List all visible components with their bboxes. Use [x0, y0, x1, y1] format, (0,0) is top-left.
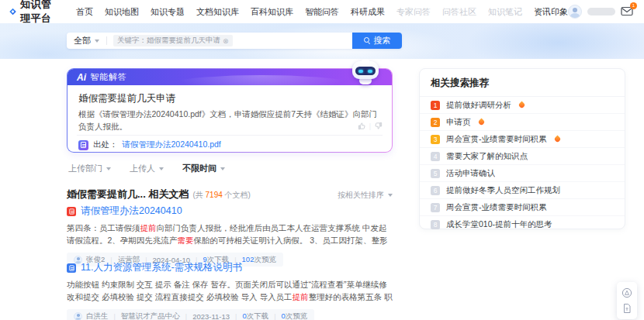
username-redacted[interactable]	[587, 8, 615, 15]
rank-badge: 4	[431, 152, 440, 161]
page: 知识管理平台 首页 知识地图 知识专题 文档知识库 百科知识库 智能问答 科研成…	[0, 0, 644, 320]
divider	[77, 135, 383, 136]
rank-badge: 2	[431, 118, 440, 127]
related-search-item-5[interactable]: 5 活动申请确认	[420, 165, 625, 182]
related-search-item-7[interactable]: 7 周会宣贯-业绩需要时间积累	[420, 199, 625, 216]
nav-wiki-library[interactable]: 百科知识库	[251, 6, 293, 18]
ai-logo: Ai	[77, 72, 86, 83]
filter-bar: 上传部门 上传人 不限时间	[68, 163, 225, 174]
user-avatar[interactable]	[568, 5, 582, 19]
related-search-item-2[interactable]: 2 申请页	[420, 114, 625, 131]
messages-button[interactable]: 1	[621, 5, 635, 18]
nav-research-results[interactable]: 科研成果	[351, 6, 385, 18]
result-title-link[interactable]: 11.人力资源管理系统-需求规格说明书	[67, 261, 393, 274]
divider	[109, 312, 121, 320]
robot-mascot-icon	[351, 61, 379, 88]
results-count: (共 7194 个文档)	[192, 190, 250, 201]
author-name: 白洪生	[86, 311, 109, 320]
brand-name: 知识管理平台	[20, 0, 56, 26]
tag-close-icon[interactable]: ⊗	[223, 37, 229, 45]
result-snippet: 第四条：员工请假须提前向部门负责人报批，经批准后由员工本人在运营支撑系统 中发起…	[67, 222, 393, 247]
thumbs-down-icon[interactable]	[374, 122, 383, 130]
top-header: 知识管理平台 首页 知识地图 知识专题 文档知识库 百科知识库 智能问答 科研成…	[0, 0, 644, 23]
rank-badge: 3	[431, 135, 440, 144]
filter-upload-dept[interactable]: 上传部门	[68, 163, 111, 174]
sort-dropdown[interactable]: 按相关性排序	[338, 190, 393, 201]
results-header: 婚假需要提前几... 相关文档 (共 7194 个文档) 按相关性排序	[67, 188, 393, 201]
circled-pen-icon	[621, 287, 632, 298]
rank-badge: 1	[431, 101, 440, 110]
upload-date: 2023-11-13	[192, 312, 230, 320]
results-title: 婚假需要提前几... 相关文档	[67, 188, 189, 201]
author-avatar-icon	[74, 312, 82, 320]
related-search-item-3[interactable]: 3 周会宣贯-业绩需要时间积累	[420, 131, 625, 148]
filter-uploader[interactable]: 上传人	[130, 163, 164, 174]
source-label: 出处：	[93, 139, 118, 150]
divider: |	[369, 122, 371, 130]
ai-answer-text: 根据《请假管理办法20240410.pdf》文档，申请婚假应提前7天持《结婚证》…	[78, 108, 379, 133]
chevron-down-icon	[159, 167, 164, 170]
nav-knowledge-topics[interactable]: 知识专题	[151, 6, 185, 18]
hot-flame-icon	[477, 119, 485, 126]
upload-file-icon	[621, 303, 632, 314]
nav-news-impression[interactable]: 资讯印象	[534, 6, 568, 18]
nav-qa-community[interactable]: 问答社区	[442, 6, 476, 18]
thumbs-up-icon[interactable]	[358, 122, 366, 130]
chevron-down-icon	[106, 167, 111, 170]
divider	[180, 312, 192, 320]
result-item-1: 请假管理办法20240410 第四条：员工请假须提前向部门负责人报批，经批准后由…	[67, 205, 393, 267]
keyword-tag[interactable]: 关键字：婚假需要提前几天申请 ⊗	[113, 35, 233, 46]
source-file-link[interactable]: 请假管理办法20240410.pdf	[123, 139, 221, 150]
brand-diamond-icon	[9, 5, 16, 18]
rank-badge: 5	[431, 169, 440, 178]
main-nav: 首页 知识地图 知识专题 文档知识库 百科知识库 智能问答 科研成果 专家问答 …	[76, 6, 568, 18]
pdf-file-icon	[67, 207, 76, 216]
rank-badge: 8	[431, 220, 440, 229]
upload-document-button[interactable]	[621, 303, 632, 314]
feedback-button[interactable]	[621, 287, 632, 298]
hot-flame-icon	[518, 102, 526, 109]
search-scope-value: 全部	[74, 35, 91, 46]
search-icon	[364, 37, 371, 44]
results-count-number: 7194	[206, 191, 223, 199]
ai-feedback: |	[358, 122, 383, 130]
result-title: 11.人力资源管理系统-需求规格说明书	[81, 261, 242, 274]
nav-home[interactable]: 首页	[76, 6, 93, 18]
nav-knowledge-map[interactable]: 知识地图	[105, 6, 139, 18]
result-meta: 白洪生 智慧识才产品中心 2023-11-13 0次下载 0次预览	[67, 309, 314, 320]
nav-knowledge-notes[interactable]: 知识笔记	[488, 6, 522, 18]
author-dept: 智慧识才产品中心	[121, 311, 180, 320]
related-search-item-6[interactable]: 6 提前做好冬季人员空闲工作规划	[420, 182, 625, 199]
result-item-2: 11.人力资源管理系统-需求规格说明书 功能按钮 约束限制 交互 提示 备注 保…	[67, 261, 393, 320]
ai-source-row: 出处： 请假管理办法20240410.pdf	[78, 139, 221, 150]
result-title-link[interactable]: 请假管理办法20240410	[67, 205, 393, 218]
ai-answer-card: Ai 智能解答 婚假需要提前几天申请 根据《请假管理办法20240410.pdf…	[67, 68, 393, 153]
hot-flame-icon	[553, 136, 561, 143]
ai-question: 婚假需要提前几天申请	[78, 92, 175, 105]
nav-doc-library[interactable]: 文档知识库	[196, 6, 239, 18]
related-search-panel: 相关搜索推荐 1 提前做好调研分析 2 申请页 3 周会宣贯-业绩需要时间积累 …	[419, 68, 625, 229]
keyword-tag-label: 关键字：婚假需要提前几天申请	[117, 36, 220, 46]
divider	[106, 36, 107, 45]
ai-card-header: Ai 智能解答	[68, 69, 392, 85]
filter-time-range[interactable]: 不限时间	[182, 163, 225, 174]
ai-card-title: 智能解答	[90, 71, 127, 83]
related-search-item-4[interactable]: 4 需要大家了解的知识点	[420, 148, 625, 165]
chevron-down-icon	[95, 40, 99, 43]
pdf-file-icon	[78, 140, 88, 150]
related-search-title: 相关搜索推荐	[420, 69, 625, 97]
divider	[268, 312, 281, 320]
floating-action-bar	[617, 282, 637, 319]
nav-smart-qa[interactable]: 智能问答	[305, 6, 339, 18]
nav-expert-qa[interactable]: 专家问答	[396, 6, 431, 18]
search-scope-dropdown[interactable]: 全部	[67, 35, 106, 46]
chevron-down-icon	[220, 167, 225, 170]
search-button[interactable]: 搜索	[352, 33, 402, 49]
brand-logo[interactable]: 知识管理平台	[9, 0, 56, 26]
divider	[230, 312, 242, 320]
related-search-item-8[interactable]: 8 成长学堂010-提前十年的思考	[420, 216, 625, 233]
search-bar: 全部 关键字：婚假需要提前几天申请 ⊗ 搜索	[67, 33, 402, 49]
chevron-down-icon	[388, 194, 393, 197]
related-search-item-1[interactable]: 1 提前做好调研分析	[420, 97, 625, 114]
result-snippet: 功能按钮 约束限制 交互 提示 备注 保存 暂存。页面关闭后可以通过“流程查看”…	[67, 278, 393, 304]
